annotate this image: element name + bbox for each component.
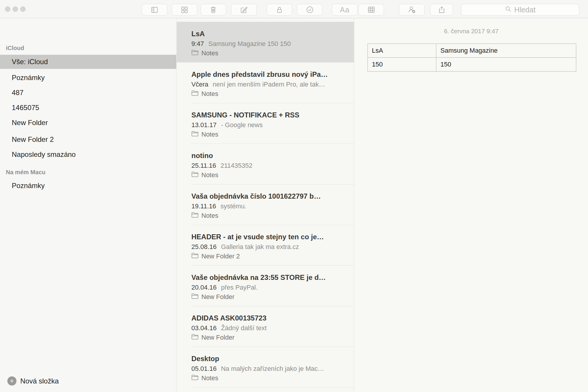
add-person-icon [407, 5, 416, 14]
note-folder-name: Notes [201, 89, 218, 98]
note-snippet: Žádný další text [221, 324, 267, 333]
folder-icon [191, 171, 198, 180]
note-date: 05.01.16 [191, 364, 217, 373]
note-folder-name: New Folder [201, 293, 234, 301]
note-date: 20.04.16 [191, 283, 217, 292]
note-folder-name: New Folder 2 [201, 252, 240, 261]
add-people-button[interactable] [399, 4, 425, 16]
table-row: LsA Samsung Magazine [368, 44, 576, 58]
new-note-button[interactable] [231, 4, 257, 16]
close-button[interactable] [5, 6, 10, 12]
note-folder-name: New Folder [201, 333, 234, 342]
note-snippet: Galleria tak jak ma extra.cz [221, 242, 299, 251]
table-row: 150 150 [368, 58, 576, 72]
search-placeholder: Hledat [514, 6, 535, 14]
sidebar-item-label: Poznámky [12, 74, 45, 82]
toggle-folders-sidebar-button[interactable] [142, 4, 167, 16]
folder-icon [191, 49, 198, 58]
note-row-vasa-objednavka[interactable]: Vaša objednávka číslo 1001622797 b… 19.1… [177, 184, 354, 225]
note-date-header: 6. června 2017 9:47 [355, 28, 588, 35]
insert-table-button[interactable] [358, 4, 384, 16]
format-button[interactable]: Aa [332, 4, 358, 16]
note-title: SAMSUNG - NOTIFIKACE + RSS [191, 111, 347, 119]
trash-icon [209, 6, 217, 14]
minimize-button[interactable] [13, 6, 18, 12]
note-snippet: Samsung Magazine 150 150 [208, 39, 291, 48]
sidebar-item-label: New Folder 2 [12, 135, 54, 144]
checklist-button[interactable] [297, 4, 323, 16]
note-folder-name: Notes [201, 374, 218, 383]
table-cell[interactable]: 150 [368, 58, 436, 72]
lock-note-button[interactable] [267, 4, 292, 16]
sidebar-toggle-icon [151, 6, 158, 14]
zoom-button[interactable] [20, 6, 26, 12]
toolbar: Aa [0, 0, 588, 18]
sidebar-item-label: Poznámky [12, 182, 45, 190]
note-date: 25.11.16 [191, 161, 216, 170]
sidebar-item-new-folder[interactable]: New Folder [0, 116, 176, 130]
note-date: 13.01.17 [191, 121, 217, 129]
table-cell[interactable]: Samsung Magazine [436, 44, 576, 58]
note-row-desktop[interactable]: Desktop 05.01.16 Na malých zařízeních ja… [177, 347, 354, 387]
new-folder-label: Nová složka [20, 377, 59, 385]
sidebar-item-poznamky-local[interactable]: Poznámky [0, 179, 176, 193]
note-folder-name: Notes [201, 130, 218, 139]
note-editor[interactable]: 6. června 2017 9:47 LsA Samsung Magazine… [355, 18, 588, 392]
sidebar-section-na-mem-macu: Na mém Macu [6, 168, 46, 176]
share-button[interactable] [430, 4, 453, 16]
grid-view-button[interactable] [172, 4, 197, 16]
table-cell[interactable]: LsA [368, 44, 436, 58]
note-snippet: 211435352 [220, 161, 253, 170]
note-folder-name: Notes [201, 211, 218, 220]
sidebar-item-poznamky[interactable]: Poznámky [0, 71, 176, 85]
note-title: Apple dnes představil zbrusu nový iPa… [191, 70, 347, 79]
compose-icon [240, 6, 248, 14]
note-snippet: Na malých zařízeních jako je Mac… [221, 364, 324, 373]
sidebar-item-new-folder-2[interactable]: New Folder 2 [0, 132, 176, 147]
folder-icon [191, 293, 198, 301]
note-row-vase-objednavka[interactable]: Vaše objednávka na 23:55 STORE je d… 20.… [177, 265, 354, 306]
note-row-notino[interactable]: notino 25.11.16 211435352 Notes [177, 144, 354, 184]
note-date: 03.04.16 [191, 324, 217, 333]
format-aa-label: Aa [340, 6, 350, 14]
note-snippet: - Google news [221, 121, 263, 129]
sidebar-item-label: New Folder [12, 119, 48, 127]
note-title: Desktop [191, 354, 347, 363]
new-folder-button[interactable]: Nová složka [7, 376, 59, 386]
note-row-lsa[interactable]: LsA 9:47 Samsung Magazine 150 150 Notes [177, 22, 354, 62]
table-cell[interactable]: 150 [436, 58, 576, 72]
folder-icon [191, 374, 198, 383]
note-folder-name: Notes [201, 49, 218, 58]
sidebar-item-487[interactable]: 487 [0, 86, 176, 100]
plus-circle-icon [7, 376, 16, 386]
check-circle-icon [306, 6, 314, 14]
note-date: 25.08.16 [191, 242, 217, 251]
folder-icon [191, 130, 198, 139]
note-row-clipped[interactable]: Zakoupit si sklad je t… [177, 387, 354, 392]
note-list: LsA 9:47 Samsung Magazine 150 150 Notes … [177, 18, 354, 392]
sidebar-section-icloud: iCloud [6, 44, 24, 52]
sidebar-item-label: 487 [12, 89, 24, 97]
search-field[interactable]: Hledat [461, 4, 579, 16]
folder-icon [191, 89, 198, 98]
note-content-table: LsA Samsung Magazine 150 150 [368, 44, 576, 72]
sidebar-item-label: 1465075 [12, 104, 39, 112]
sidebar-item-1465075[interactable]: 1465075 [0, 101, 176, 115]
note-date: 19.11.16 [191, 202, 216, 211]
note-row-header[interactable]: HEADER - at je vsude stejny ten co je… 2… [177, 225, 354, 265]
note-title: Vaša objednávka číslo 1001622797 b… [191, 192, 347, 201]
lock-icon [275, 6, 283, 14]
note-row-samsung[interactable]: SAMSUNG - NOTIFIKACE + RSS 13.01.17 - Go… [177, 103, 354, 144]
sidebar-item-naposledy-smazano[interactable]: Naposledy smazáno [0, 147, 176, 162]
notes-app-window: Aa [0, 0, 588, 392]
note-date: Včera [191, 80, 208, 89]
delete-note-button[interactable] [201, 4, 226, 16]
note-row-adidas[interactable]: ADIDAS ASK00135723 03.04.16 Žádný další … [177, 306, 354, 347]
share-icon [438, 6, 446, 14]
note-title: LsA [191, 29, 347, 38]
note-row-apple[interactable]: Apple dnes představil zbrusu nový iPa… V… [177, 62, 354, 103]
note-title: ADIDAS ASK00135723 [191, 314, 347, 323]
folder-icon [191, 333, 198, 342]
sidebar-item-all-icloud[interactable]: Vše: iCloud [0, 55, 176, 69]
list-top-inset [177, 18, 354, 22]
